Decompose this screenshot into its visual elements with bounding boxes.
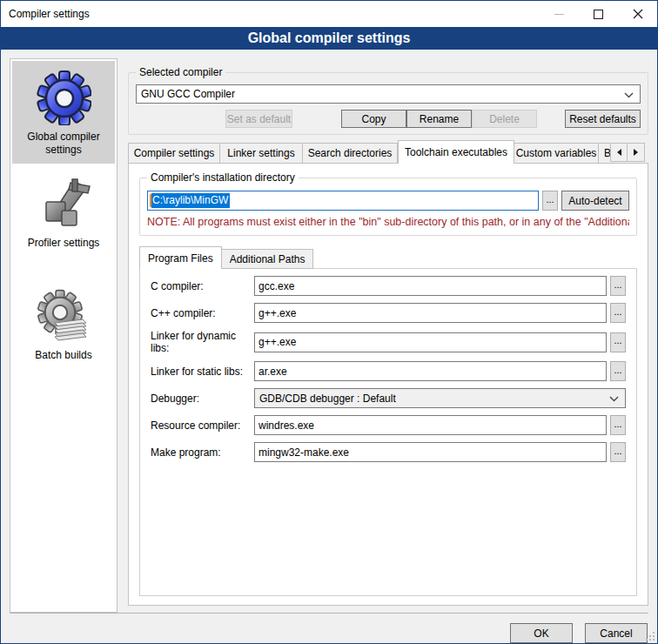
bin-subdirectory-note: NOTE: All programs must exist either in … [147,216,629,228]
program-files-notebook: Program Files Additional Paths C compile… [139,246,637,596]
browse-button[interactable]: ... [610,332,626,352]
resize-grip[interactable] [646,632,655,641]
window-title: Compiler settings [1,8,540,20]
field-label: Linker for dynamic libs: [151,330,254,354]
toolchain-executables-page: Compiler's installation directory C:\ray… [128,163,648,606]
tab-additional-paths[interactable]: Additional Paths [222,249,314,269]
maximize-icon [594,10,603,19]
dialog-footer: OK Cancel [1,613,657,643]
dynamic-linker-input[interactable] [254,332,607,352]
installation-directory-label: Compiler's installation directory [147,171,299,184]
cpp-compiler-row: C++ compiler: ... [151,303,626,323]
dynamic-linker-row: Linker for dynamic libs: ... [151,330,626,354]
program-files-page: C compiler: ... C++ compiler: ... [139,268,637,596]
rename-button[interactable]: Rename [406,110,472,128]
cancel-button[interactable]: Cancel [585,623,648,643]
arrow-left-icon [617,149,621,156]
resource-compiler-input[interactable] [254,415,607,435]
sidebar-item-batch-builds[interactable]: Batch builds [12,279,115,369]
tab-compiler-settings[interactable]: Compiler settings [128,143,220,164]
compiler-select[interactable]: GNU GCC Compiler [136,84,641,104]
field-label: Make program: [151,446,254,459]
field-label: Linker for static libs: [151,366,254,378]
installation-directory-group: Compiler's installation directory C:\ray… [139,178,637,236]
selected-compiler-group: Selected compiler GNU GCC Compiler Set a… [128,72,648,135]
field-label: Resource compiler: [151,419,254,432]
delete-button[interactable]: Delete [472,110,537,128]
copy-button[interactable]: Copy [341,110,406,128]
set-as-default-button[interactable]: Set as default [225,110,292,128]
browse-button[interactable]: ... [610,276,626,296]
maximize-button[interactable] [579,1,618,27]
minimize-icon [554,10,564,19]
browse-button[interactable]: ... [610,442,626,462]
sidebar-item-label: Profiler settings [14,237,113,250]
tab-scroll-left-button[interactable] [610,143,628,162]
c-compiler-row: C compiler: ... [151,276,626,296]
tab-program-files[interactable]: Program Files [139,246,222,269]
page-title: Global compiler settings [1,27,657,50]
static-linker-row: Linker for static libs: ... [151,361,626,381]
ok-button[interactable]: OK [510,623,573,643]
field-label: Debugger: [151,392,254,405]
sidebar-item-label: Batch builds [14,349,113,362]
sidebar-item-global-compiler-settings[interactable]: Global compiler settings [12,61,115,164]
c-compiler-input[interactable] [254,276,607,296]
minimize-button[interactable] [540,1,579,27]
close-button[interactable] [618,1,657,27]
chevron-down-icon [624,92,634,98]
reset-defaults-button[interactable]: Reset defaults [565,110,641,128]
selected-compiler-label: Selected compiler [136,66,225,78]
blue-gear-icon [36,70,91,125]
auto-detect-button[interactable]: Auto-detect [561,191,629,211]
browse-button[interactable]: ... [610,303,626,323]
browse-button[interactable]: ... [610,415,626,435]
close-icon [633,9,643,19]
make-program-input[interactable] [254,442,607,462]
installation-directory-value: C:\raylib\MinGW [151,193,230,208]
static-linker-input[interactable] [254,361,607,381]
cpp-compiler-input[interactable] [254,303,607,323]
tab-linker-settings[interactable]: Linker settings [220,143,303,164]
debugger-select-value: GDB/CDB debugger : Default [259,392,396,405]
field-label: C++ compiler: [151,307,254,319]
tab-custom-variables[interactable]: Custom variables [514,143,599,164]
chevron-down-icon [609,396,619,402]
make-program-row: Make program: ... [151,442,626,462]
resource-compiler-row: Resource compiler: ... [151,415,626,435]
tab-search-directories[interactable]: Search directories [303,143,398,164]
arrow-right-icon [634,149,638,156]
debugger-row: Debugger: GDB/CDB debugger : Default [151,388,626,408]
settings-tab-strip: Compiler settings Linker settings Search… [128,140,648,164]
tab-toolchain-executables[interactable]: Toolchain executables [398,140,514,164]
sidebar-item-profiler-settings[interactable]: Profiler settings [12,167,115,257]
sidebar-item-label: Global compiler settings [14,131,113,157]
browse-button[interactable]: ... [610,361,626,381]
title-bar[interactable]: Compiler settings [1,1,657,27]
compiler-settings-dialog: Compiler settings Global compiler settin… [0,0,658,644]
tab-scroll-right-button[interactable] [628,143,645,162]
gray-gear-stack-icon [36,288,91,344]
installation-directory-input[interactable]: C:\raylib\MinGW [147,191,539,211]
field-label: C compiler: [151,280,254,292]
caliper-icon [36,176,91,231]
compiler-select-value: GNU GCC Compiler [141,88,235,100]
debugger-select[interactable]: GDB/CDB debugger : Default [254,388,626,408]
settings-category-list: Global compiler settings [10,58,118,613]
browse-directory-button[interactable]: ... [542,191,558,211]
